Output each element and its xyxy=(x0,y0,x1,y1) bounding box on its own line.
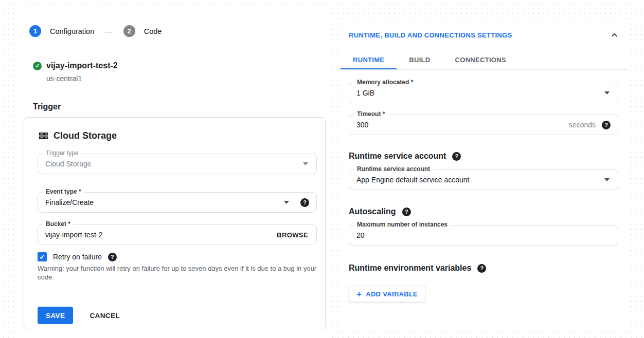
cloud-storage-icon xyxy=(38,130,49,141)
memory-allocated-label: Memory allocated * xyxy=(354,79,416,86)
save-button[interactable]: SAVE xyxy=(38,307,73,324)
max-instances-field: Maximum number of instances xyxy=(349,225,618,246)
step-separator: — xyxy=(105,27,113,35)
bucket-label: Bucket * xyxy=(43,220,73,228)
cancel-button[interactable]: CANCEL xyxy=(86,311,123,320)
trigger-type-value: Cloud Storage xyxy=(38,160,303,168)
tab-connections[interactable]: CONNECTIONS xyxy=(443,51,518,70)
timeout-help-icon[interactable]: ? xyxy=(602,121,611,129)
memory-allocated-value: 1 GiB xyxy=(349,89,604,97)
autoscaling-heading-row: Autoscaling ? xyxy=(349,207,411,216)
settings-section-title: RUNTIME, BUILD AND CONNECTIONS SETTINGS xyxy=(349,31,512,39)
step-1-label[interactable]: Configuration xyxy=(50,27,94,35)
max-instances-input[interactable] xyxy=(349,231,618,240)
service-account-help-icon[interactable]: ? xyxy=(452,152,461,161)
memory-allocated-select[interactable]: Memory allocated * 1 GiB xyxy=(349,83,618,103)
trigger-card: Cloud Storage Trigger type Cloud Storage… xyxy=(24,117,326,329)
bucket-input[interactable] xyxy=(38,230,277,239)
service-account-value: App Engine default service account xyxy=(349,176,604,184)
retry-checkbox-row: ✓ Retry on failure ? xyxy=(38,252,117,261)
chevron-up-icon[interactable] xyxy=(610,30,619,40)
trigger-card-title-row: Cloud Storage xyxy=(38,130,117,141)
function-region: us-central1 xyxy=(46,74,82,83)
retry-warning-text: Warning: your function will retry on fai… xyxy=(38,264,318,281)
bucket-field: Bucket * BROWSE xyxy=(38,224,317,245)
timeout-label: Timeout * xyxy=(354,110,387,118)
env-vars-heading-row: Runtime environment variables ? xyxy=(349,264,486,273)
tabs-divider xyxy=(338,69,629,70)
plus-icon: + xyxy=(356,290,362,298)
function-name-row: ✓ vijay-import-test-2 xyxy=(33,61,118,70)
event-type-select[interactable]: Event type * Finalize/Create ? xyxy=(38,192,317,213)
tab-runtime[interactable]: RUNTIME xyxy=(341,51,397,70)
trigger-type-label: Trigger type xyxy=(43,149,81,157)
env-vars-help-icon[interactable]: ? xyxy=(477,264,486,273)
trigger-card-title: Cloud Storage xyxy=(53,130,117,141)
function-name: vijay-import-test-2 xyxy=(46,61,118,70)
max-instances-label: Maximum number of instances xyxy=(354,221,450,228)
retry-label: Retry on failure xyxy=(53,253,102,261)
chevron-down-icon xyxy=(604,178,610,181)
retry-checkbox[interactable]: ✓ xyxy=(38,252,47,261)
service-account-heading-row: Runtime service account ? xyxy=(349,152,461,161)
card-actions: SAVE CANCEL xyxy=(38,307,123,324)
function-config-panel: 1 Configuration — 2 Code ✓ vijay-import-… xyxy=(19,6,332,338)
chevron-down-icon xyxy=(303,162,308,165)
retry-help-icon[interactable]: ? xyxy=(108,253,117,261)
event-type-help-icon[interactable]: ? xyxy=(300,198,309,207)
service-account-select[interactable]: Runtime service account App Engine defau… xyxy=(349,170,618,190)
step-2-label[interactable]: Code xyxy=(144,27,162,35)
timeout-field: Timeout * seconds ? xyxy=(349,115,618,135)
runtime-settings-panel: RUNTIME, BUILD AND CONNECTIONS SETTINGS … xyxy=(338,23,629,331)
trigger-type-select[interactable]: Trigger type Cloud Storage xyxy=(38,154,317,174)
autoscaling-heading: Autoscaling xyxy=(349,207,396,216)
browse-button[interactable]: BROWSE xyxy=(277,231,308,239)
settings-tabs: RUNTIME BUILD CONNECTIONS xyxy=(341,51,518,70)
wizard-stepper: 1 Configuration — 2 Code xyxy=(29,25,162,37)
timeout-suffix: seconds xyxy=(569,121,596,129)
stepper-divider xyxy=(19,50,332,50)
step-2-badge[interactable]: 2 xyxy=(123,25,135,37)
trigger-section-title: Trigger xyxy=(33,102,61,111)
service-account-label: Runtime service account xyxy=(354,165,433,173)
env-vars-heading: Runtime environment variables xyxy=(349,264,471,273)
settings-section-header[interactable]: RUNTIME, BUILD AND CONNECTIONS SETTINGS xyxy=(349,30,619,40)
service-account-heading: Runtime service account xyxy=(349,152,446,161)
success-check-icon: ✓ xyxy=(33,62,42,70)
chevron-down-icon xyxy=(604,91,610,95)
add-variable-label: ADD VARIABLE xyxy=(366,290,418,298)
step-1-badge[interactable]: 1 xyxy=(29,25,41,37)
event-type-label: Event type * xyxy=(43,188,84,195)
chevron-down-icon xyxy=(284,201,289,204)
add-variable-button[interactable]: + ADD VARIABLE xyxy=(349,286,425,302)
event-type-value: Finalize/Create xyxy=(38,198,284,206)
timeout-input[interactable] xyxy=(349,120,569,129)
tab-build[interactable]: BUILD xyxy=(397,51,442,70)
autoscaling-help-icon[interactable]: ? xyxy=(402,208,411,216)
